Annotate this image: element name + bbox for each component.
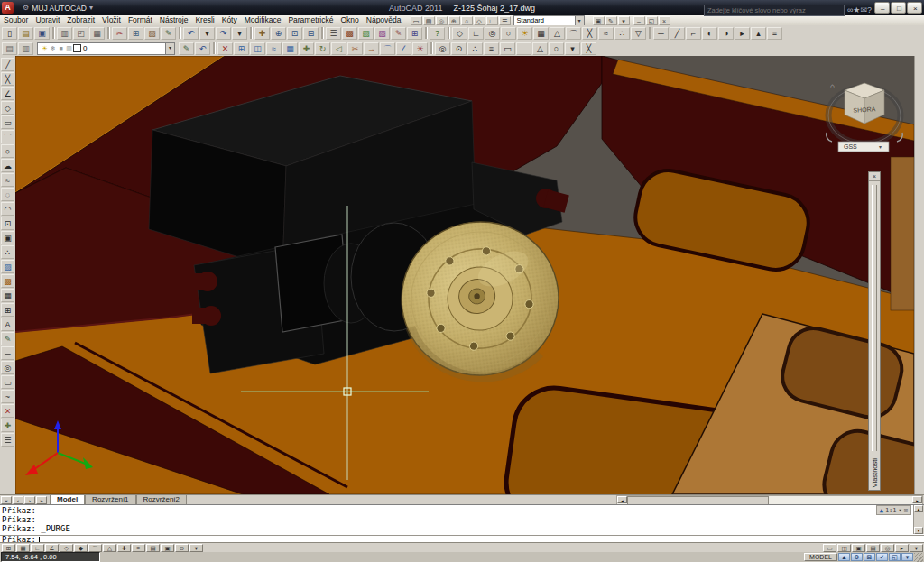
paste-button[interactable]: ▧: [144, 27, 160, 40]
menu-item[interactable]: Okno: [337, 15, 362, 25]
ellipse-arc-button[interactable]: ◠: [1, 202, 14, 216]
toolbar-button[interactable]: ╱: [670, 27, 685, 40]
ellipse-button[interactable]: ◌: [1, 188, 14, 201]
plot-button[interactable]: ▥: [57, 27, 72, 40]
selection-cycling-toggle[interactable]: ⊙: [175, 544, 189, 552]
toolbar-button[interactable]: ▴: [751, 27, 766, 40]
ortho-toggle[interactable]: ∟: [31, 544, 44, 552]
region-button[interactable]: ▦: [1, 289, 14, 302]
doc-close-button[interactable]: ×: [659, 16, 670, 25]
toolbar-button[interactable]: ⌒: [566, 27, 581, 40]
toolbar-button[interactable]: ▣: [593, 16, 605, 25]
line-button[interactable]: ╱: [1, 58, 14, 71]
osnap3d-toggle[interactable]: ◆: [74, 544, 88, 552]
toolbar-button[interactable]: ◎: [485, 27, 500, 40]
pan-button[interactable]: ✚: [254, 27, 270, 40]
plot-preview-button[interactable]: ◰: [73, 27, 88, 40]
scroll-down-button[interactable]: ▾: [914, 527, 923, 534]
toolbar-button[interactable]: ╳: [582, 27, 597, 40]
undo-menu-button[interactable]: ▾: [199, 27, 215, 40]
annotation-autoscale-icon[interactable]: ▲: [880, 507, 883, 514]
toolbar-button[interactable]: ▸: [735, 27, 750, 40]
menu-item[interactable]: Formát: [125, 15, 156, 25]
tray-menu-chevron-icon[interactable]: ▾: [901, 553, 913, 561]
application-menu-button[interactable]: A: [2, 2, 14, 14]
publish-button[interactable]: ▦: [89, 27, 105, 40]
explode-button[interactable]: ☀: [412, 42, 428, 55]
toolbar-lock-icon[interactable]: ⊠: [864, 553, 875, 561]
toolbar-button[interactable]: ◐: [702, 27, 717, 40]
command-window[interactable]: Příkaz:Příkaz:Příkaz: _PURGE Příkaz: ▲1:…: [0, 504, 924, 543]
dyn-toggle[interactable]: ✚: [117, 544, 131, 552]
toolbar-button[interactable]: ▾: [565, 42, 580, 55]
layer-properties-manager-button[interactable]: ▤: [2, 42, 17, 55]
scroll-up-button[interactable]: ▴: [914, 505, 923, 512]
copy-button[interactable]: ⊞: [128, 27, 143, 40]
menu-item[interactable]: Nástroje: [156, 15, 192, 25]
spline-button[interactable]: ≈: [1, 173, 14, 187]
match-properties-button[interactable]: ✎: [161, 27, 176, 40]
toolbar-button[interactable]: ◇: [452, 27, 467, 40]
toolbar-button[interactable]: ◎: [435, 42, 450, 55]
layer-previous-button[interactable]: ↶: [195, 42, 210, 55]
scrollbar-thumb[interactable]: [627, 496, 769, 505]
first-tab-button[interactable]: «: [1, 496, 12, 504]
status-menu-button[interactable]: ▾: [910, 544, 923, 552]
fillet-button[interactable]: ⌒: [380, 42, 395, 55]
toolbar-button[interactable]: ▤: [423, 16, 435, 25]
toolbar-button[interactable]: ⊙: [451, 42, 467, 55]
chevron-down-icon[interactable]: ▾: [165, 43, 174, 54]
erase-button[interactable]: ✕: [1, 404, 14, 418]
arc-button[interactable]: ⌒: [1, 130, 14, 143]
zoom-window-button[interactable]: ⊡: [287, 27, 302, 40]
toolbar-button[interactable]: ⊕: [448, 16, 460, 25]
help-icon[interactable]: ?: [867, 5, 872, 14]
properties-button[interactable]: ☰: [326, 27, 341, 40]
menu-item[interactable]: Soubor: [0, 15, 32, 25]
model-space-button[interactable]: ▭: [823, 544, 836, 552]
toolbar-button[interactable]: ≡: [484, 42, 499, 55]
toolbar-button[interactable]: ∟: [468, 27, 484, 40]
otrack-toggle[interactable]: ⌒: [88, 544, 102, 552]
hatch-button[interactable]: ▨: [1, 260, 14, 273]
wipeout-button[interactable]: ▭: [1, 375, 14, 389]
palette-close-button[interactable]: ×: [869, 172, 880, 181]
style-combo[interactable]: Standard ▾: [513, 15, 585, 26]
snap-toggle[interactable]: ⊞: [2, 544, 15, 552]
save-button[interactable]: ▣: [34, 27, 50, 40]
erase-button[interactable]: ✕: [217, 42, 233, 55]
open-button[interactable]: ▤: [18, 27, 33, 40]
polar-toggle[interactable]: ∠: [45, 544, 59, 552]
menu-item[interactable]: Modifikace: [241, 15, 285, 25]
toolbar-button[interactable]: ▭: [500, 42, 515, 55]
scroll-right-button[interactable]: ▸: [912, 496, 922, 503]
quick-view-drawings-button[interactable]: ▤: [866, 544, 880, 552]
toolbar-button[interactable]: ◇: [474, 16, 485, 25]
undo-button[interactable]: ↶: [183, 27, 199, 40]
close-button[interactable]: ×: [907, 2, 922, 14]
properties-palette-collapsed[interactable]: × Vlastnosti: [868, 171, 881, 491]
toolbar-button[interactable]: △: [532, 42, 548, 55]
toolbar-button[interactable]: ◑: [718, 27, 734, 40]
toolbar-button[interactable]: ◎: [436, 16, 448, 25]
menu-item[interactable]: Kóty: [218, 15, 241, 25]
sheet-set-manager-button[interactable]: ▧: [374, 27, 390, 40]
menu-item[interactable]: Upravit: [32, 15, 63, 25]
help-button[interactable]: ?: [430, 27, 445, 40]
viewcube-wcs-dropdown[interactable]: GSS ▾: [838, 142, 889, 152]
ray-button[interactable]: ─: [1, 346, 14, 360]
toolbar-button[interactable]: ▽: [631, 27, 646, 40]
donut-button[interactable]: ◎: [1, 361, 14, 374]
toolbar-button[interactable]: ≡: [767, 27, 782, 40]
new-file-button[interactable]: ▯: [2, 27, 17, 40]
toolbar-button[interactable]: △: [550, 27, 565, 40]
redo-button[interactable]: ↷: [216, 27, 231, 40]
toolbar-button[interactable]: ∴: [614, 27, 630, 40]
show-motion-button[interactable]: ▸: [895, 544, 909, 552]
toolbar-button[interactable]: ▾: [618, 16, 630, 25]
cut-button[interactable]: ✂: [112, 27, 127, 40]
redo-menu-button[interactable]: ▾: [232, 27, 247, 40]
chevron-down-icon[interactable]: ▾: [899, 507, 902, 514]
toolbar-button[interactable]: ☀: [517, 27, 532, 40]
toolbar-button[interactable]: ╳: [581, 42, 596, 55]
